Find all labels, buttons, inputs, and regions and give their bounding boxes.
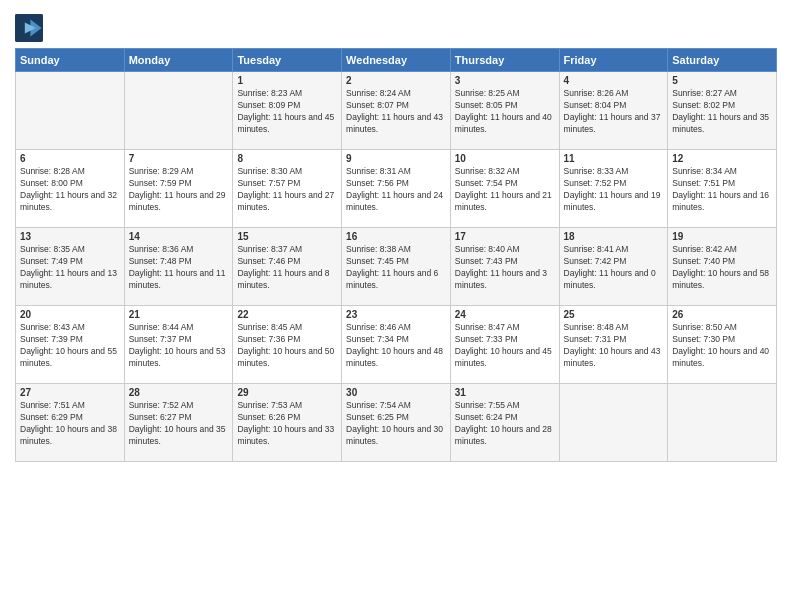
calendar-week-row: 27Sunrise: 7:51 AMSunset: 6:29 PMDayligh… [16, 384, 777, 462]
calendar-cell: 14Sunrise: 8:36 AMSunset: 7:48 PMDayligh… [124, 228, 233, 306]
cell-info-line: Sunrise: 8:23 AM [237, 88, 337, 100]
calendar-cell: 25Sunrise: 8:48 AMSunset: 7:31 PMDayligh… [559, 306, 668, 384]
cell-info-line: Sunrise: 8:24 AM [346, 88, 446, 100]
cell-info-line: Daylight: 10 hours and 30 minutes. [346, 424, 446, 448]
cell-info-line: Sunset: 7:57 PM [237, 178, 337, 190]
cell-info-line: Sunrise: 8:34 AM [672, 166, 772, 178]
cell-info-line: Sunset: 8:04 PM [564, 100, 664, 112]
calendar-cell: 31Sunrise: 7:55 AMSunset: 6:24 PMDayligh… [450, 384, 559, 462]
cell-info-line: Daylight: 11 hours and 0 minutes. [564, 268, 664, 292]
cell-info-line: Sunrise: 8:46 AM [346, 322, 446, 334]
calendar-cell: 6Sunrise: 8:28 AMSunset: 8:00 PMDaylight… [16, 150, 125, 228]
day-number: 11 [564, 153, 664, 164]
cell-info-line: Sunrise: 7:54 AM [346, 400, 446, 412]
cell-info-line: Daylight: 10 hours and 28 minutes. [455, 424, 555, 448]
cell-info-line: Sunset: 8:00 PM [20, 178, 120, 190]
page: SundayMondayTuesdayWednesdayThursdayFrid… [0, 0, 792, 472]
day-number: 17 [455, 231, 555, 242]
day-number: 9 [346, 153, 446, 164]
day-header-friday: Friday [559, 49, 668, 72]
cell-info-line: Daylight: 10 hours and 48 minutes. [346, 346, 446, 370]
cell-info-line: Daylight: 11 hours and 29 minutes. [129, 190, 229, 214]
day-number: 4 [564, 75, 664, 86]
cell-info-line: Sunset: 7:46 PM [237, 256, 337, 268]
day-number: 16 [346, 231, 446, 242]
cell-info-line: Daylight: 11 hours and 43 minutes. [346, 112, 446, 136]
cell-info-line: Sunset: 6:26 PM [237, 412, 337, 424]
calendar-cell: 18Sunrise: 8:41 AMSunset: 7:42 PMDayligh… [559, 228, 668, 306]
calendar-cell: 16Sunrise: 8:38 AMSunset: 7:45 PMDayligh… [342, 228, 451, 306]
cell-info-line: Daylight: 11 hours and 13 minutes. [20, 268, 120, 292]
cell-info-line: Daylight: 10 hours and 45 minutes. [455, 346, 555, 370]
cell-info-line: Sunset: 7:52 PM [564, 178, 664, 190]
calendar-cell: 11Sunrise: 8:33 AMSunset: 7:52 PMDayligh… [559, 150, 668, 228]
day-number: 29 [237, 387, 337, 398]
cell-info-line: Sunset: 7:43 PM [455, 256, 555, 268]
cell-info-line: Sunrise: 8:47 AM [455, 322, 555, 334]
calendar-cell: 23Sunrise: 8:46 AMSunset: 7:34 PMDayligh… [342, 306, 451, 384]
cell-info-line: Sunrise: 8:43 AM [20, 322, 120, 334]
cell-info-line: Sunset: 7:36 PM [237, 334, 337, 346]
day-number: 19 [672, 231, 772, 242]
cell-info-line: Sunrise: 8:44 AM [129, 322, 229, 334]
cell-info-line: Sunrise: 7:51 AM [20, 400, 120, 412]
cell-info-line: Sunrise: 8:29 AM [129, 166, 229, 178]
calendar-cell: 27Sunrise: 7:51 AMSunset: 6:29 PMDayligh… [16, 384, 125, 462]
day-header-thursday: Thursday [450, 49, 559, 72]
cell-info-line: Daylight: 11 hours and 27 minutes. [237, 190, 337, 214]
day-number: 25 [564, 309, 664, 320]
cell-info-line: Sunrise: 8:31 AM [346, 166, 446, 178]
calendar-cell: 20Sunrise: 8:43 AMSunset: 7:39 PMDayligh… [16, 306, 125, 384]
calendar-cell: 29Sunrise: 7:53 AMSunset: 6:26 PMDayligh… [233, 384, 342, 462]
day-number: 3 [455, 75, 555, 86]
calendar-week-row: 6Sunrise: 8:28 AMSunset: 8:00 PMDaylight… [16, 150, 777, 228]
cell-info-line: Daylight: 10 hours and 55 minutes. [20, 346, 120, 370]
cell-info-line: Daylight: 11 hours and 35 minutes. [672, 112, 772, 136]
calendar-cell: 12Sunrise: 8:34 AMSunset: 7:51 PMDayligh… [668, 150, 777, 228]
cell-info-line: Sunset: 7:45 PM [346, 256, 446, 268]
cell-info-line: Daylight: 11 hours and 3 minutes. [455, 268, 555, 292]
day-header-saturday: Saturday [668, 49, 777, 72]
cell-info-line: Sunset: 6:25 PM [346, 412, 446, 424]
cell-info-line: Daylight: 11 hours and 37 minutes. [564, 112, 664, 136]
logo [15, 14, 45, 42]
cell-info-line: Sunset: 8:07 PM [346, 100, 446, 112]
cell-info-line: Sunset: 6:24 PM [455, 412, 555, 424]
cell-info-line: Sunrise: 8:25 AM [455, 88, 555, 100]
calendar-cell: 2Sunrise: 8:24 AMSunset: 8:07 PMDaylight… [342, 72, 451, 150]
calendar-cell: 13Sunrise: 8:35 AMSunset: 7:49 PMDayligh… [16, 228, 125, 306]
calendar-cell: 15Sunrise: 8:37 AMSunset: 7:46 PMDayligh… [233, 228, 342, 306]
cell-info-line: Daylight: 10 hours and 50 minutes. [237, 346, 337, 370]
cell-info-line: Sunset: 6:27 PM [129, 412, 229, 424]
cell-info-line: Sunset: 8:02 PM [672, 100, 772, 112]
cell-info-line: Daylight: 11 hours and 8 minutes. [237, 268, 337, 292]
cell-info-line: Sunrise: 8:48 AM [564, 322, 664, 334]
cell-info-line: Daylight: 10 hours and 40 minutes. [672, 346, 772, 370]
cell-info-line: Sunset: 7:33 PM [455, 334, 555, 346]
day-number: 28 [129, 387, 229, 398]
cell-info-line: Sunrise: 8:42 AM [672, 244, 772, 256]
calendar-cell: 30Sunrise: 7:54 AMSunset: 6:25 PMDayligh… [342, 384, 451, 462]
cell-info-line: Sunset: 7:30 PM [672, 334, 772, 346]
cell-info-line: Sunset: 6:29 PM [20, 412, 120, 424]
cell-info-line: Sunrise: 8:30 AM [237, 166, 337, 178]
calendar-cell: 9Sunrise: 8:31 AMSunset: 7:56 PMDaylight… [342, 150, 451, 228]
calendar-week-row: 13Sunrise: 8:35 AMSunset: 7:49 PMDayligh… [16, 228, 777, 306]
cell-info-line: Sunset: 7:42 PM [564, 256, 664, 268]
day-number: 22 [237, 309, 337, 320]
day-number: 31 [455, 387, 555, 398]
calendar-cell: 3Sunrise: 8:25 AMSunset: 8:05 PMDaylight… [450, 72, 559, 150]
day-number: 26 [672, 309, 772, 320]
cell-info-line: Daylight: 11 hours and 24 minutes. [346, 190, 446, 214]
cell-info-line: Daylight: 11 hours and 6 minutes. [346, 268, 446, 292]
day-number: 5 [672, 75, 772, 86]
calendar-week-row: 1Sunrise: 8:23 AMSunset: 8:09 PMDaylight… [16, 72, 777, 150]
cell-info-line: Sunrise: 8:50 AM [672, 322, 772, 334]
calendar-cell: 1Sunrise: 8:23 AMSunset: 8:09 PMDaylight… [233, 72, 342, 150]
day-number: 24 [455, 309, 555, 320]
day-header-wednesday: Wednesday [342, 49, 451, 72]
cell-info-line: Sunrise: 8:32 AM [455, 166, 555, 178]
cell-info-line: Sunrise: 8:26 AM [564, 88, 664, 100]
calendar-cell: 22Sunrise: 8:45 AMSunset: 7:36 PMDayligh… [233, 306, 342, 384]
cell-info-line: Daylight: 11 hours and 21 minutes. [455, 190, 555, 214]
